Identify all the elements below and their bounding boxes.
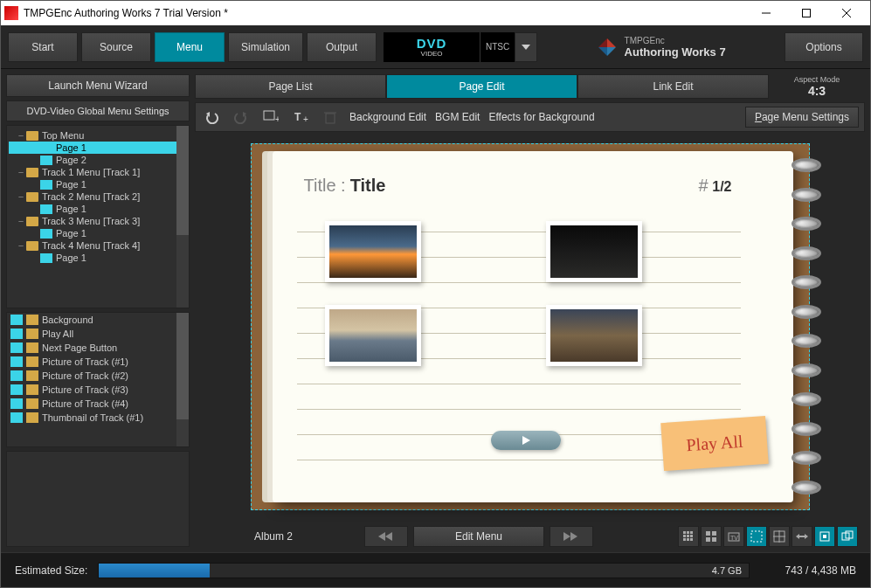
element-item[interactable]: Play All — [7, 327, 189, 341]
view-tv-button[interactable]: TV — [723, 526, 744, 547]
element-item[interactable]: Picture of Track (#2) — [7, 369, 189, 383]
play-pill-button[interactable] — [491, 431, 561, 450]
grid3-icon — [682, 530, 695, 543]
tree-page[interactable]: Page 1 — [9, 203, 187, 215]
svg-rect-15 — [326, 114, 335, 123]
view-snap-button[interactable] — [814, 526, 835, 547]
tab-page-edit[interactable]: Page Edit — [386, 74, 577, 99]
nav-source[interactable]: Source — [81, 32, 151, 62]
fit-icon — [796, 530, 808, 543]
edit-menu-button[interactable]: Edit Menu — [413, 526, 544, 547]
nav-menu[interactable]: Menu — [155, 32, 225, 62]
elements-list: BackgroundPlay AllNext Page ButtonPictur… — [6, 312, 190, 447]
elements-scrollbar[interactable] — [176, 313, 189, 446]
svg-rect-33 — [706, 537, 710, 542]
add-image-button[interactable]: + — [260, 107, 281, 128]
element-label: Picture of Track (#1) — [42, 356, 128, 367]
svg-marker-7 — [598, 47, 607, 56]
view-grid-button[interactable] — [769, 526, 790, 547]
global-settings-button[interactable]: DVD-Video Global Menu Settings — [6, 100, 190, 121]
view-grid3-button[interactable] — [678, 526, 699, 547]
svg-rect-11 — [264, 111, 274, 120]
tree-folder[interactable]: −Track 4 Menu [Track 4] — [9, 239, 187, 252]
view-layers-button[interactable] — [837, 526, 858, 547]
svg-rect-24 — [690, 531, 693, 534]
effects-link[interactable]: Effects for Background — [488, 111, 594, 123]
svg-marker-6 — [607, 47, 616, 56]
tab-page-list[interactable]: Page List — [195, 74, 386, 99]
expand-toggle[interactable]: − — [16, 216, 26, 226]
nav-options[interactable]: Options — [785, 32, 863, 62]
format-dropdown[interactable] — [515, 32, 537, 62]
page-menu-settings-button[interactable]: Page Menu Settings — [745, 107, 859, 128]
tree-folder[interactable]: −Track 1 Menu [Track 1] — [9, 166, 187, 178]
nav-output[interactable]: Output — [307, 32, 377, 62]
svg-rect-1 — [803, 10, 811, 17]
expand-toggle[interactable]: − — [16, 130, 26, 141]
tree-label: Track 1 Menu [Track 1] — [42, 167, 140, 177]
expand-toggle[interactable]: − — [16, 240, 26, 251]
tab-link-edit[interactable]: Link Edit — [577, 74, 769, 99]
redo-button[interactable] — [231, 107, 252, 128]
tree-scrollbar[interactable] — [176, 126, 189, 308]
add-text-icon: T+ — [293, 110, 308, 124]
element-label: Thumbnail of Track (#1) — [42, 412, 143, 423]
tree-page[interactable]: Page 1 — [9, 227, 187, 239]
close-button[interactable] — [826, 1, 867, 25]
element-label: Picture of Track (#2) — [42, 370, 128, 381]
prev-button[interactable] — [364, 526, 408, 547]
top-nav: Start Source Menu Simulation Output DVD … — [1, 25, 870, 69]
element-type-icon — [10, 315, 23, 325]
play-all-sticky[interactable]: Play All — [660, 415, 769, 470]
svg-rect-30 — [690, 538, 693, 541]
close-icon — [842, 9, 851, 17]
delete-button[interactable] — [320, 107, 341, 128]
background-edit-link[interactable]: Background Edit — [349, 111, 426, 123]
tree-label: Page 1 — [56, 228, 86, 239]
tree-page[interactable]: Page 1 — [9, 142, 187, 154]
bottom-toolbar: Album 2 Edit Menu TV — [195, 521, 865, 552]
element-type-icon — [10, 342, 23, 353]
next-button[interactable] — [550, 526, 593, 547]
expand-toggle[interactable]: − — [16, 191, 26, 202]
element-item[interactable]: Thumbnail of Track (#1) — [7, 411, 189, 425]
tree-label: Page 1 — [56, 204, 86, 214]
svg-marker-17 — [522, 436, 530, 445]
thumbnail-2[interactable] — [546, 221, 642, 282]
minimize-button[interactable] — [746, 1, 786, 25]
thumbnail-4[interactable] — [546, 305, 642, 366]
tree-page[interactable]: Page 2 — [9, 154, 187, 166]
bgm-edit-link[interactable]: BGM Edit — [435, 111, 480, 123]
thumbnail-3[interactable] — [325, 305, 421, 366]
svg-marker-20 — [563, 532, 570, 541]
element-label: Play All — [42, 329, 73, 339]
tree-folder[interactable]: −Track 2 Menu [Track 2] — [9, 190, 187, 203]
tree-folder[interactable]: −Track 3 Menu [Track 3] — [9, 215, 187, 227]
app-window: TMPGEnc Authoring Works 7 Trial Version … — [0, 0, 871, 588]
nav-simulation[interactable]: Simulation — [228, 32, 303, 62]
thumbnail-1[interactable] — [325, 221, 421, 282]
element-item[interactable]: Background — [7, 313, 189, 327]
tree-page[interactable]: Page 1 — [9, 178, 187, 190]
view-grid2-button[interactable] — [701, 526, 722, 547]
svg-text:+: + — [303, 114, 308, 124]
element-item[interactable]: Next Page Button — [7, 341, 189, 355]
maximize-button[interactable] — [786, 1, 826, 25]
undo-button[interactable] — [201, 107, 222, 128]
page-icon — [40, 253, 52, 263]
element-item[interactable]: Picture of Track (#1) — [7, 355, 189, 369]
nav-start[interactable]: Start — [8, 32, 78, 62]
element-item[interactable]: Picture of Track (#3) — [7, 383, 189, 397]
expand-toggle[interactable]: − — [16, 167, 26, 177]
element-item[interactable]: Picture of Track (#4) — [7, 397, 189, 411]
tree-page[interactable]: Page 1 — [9, 252, 187, 264]
element-type-icon — [10, 398, 23, 409]
svg-marker-21 — [570, 532, 577, 541]
launch-wizard-button[interactable]: Launch Menu Wizard — [6, 74, 190, 97]
add-text-button[interactable]: T+ — [290, 107, 311, 128]
tree-folder[interactable]: −Top Menu — [9, 129, 187, 142]
view-safe-button[interactable] — [746, 526, 767, 547]
view-fit-button[interactable] — [792, 526, 812, 547]
size-progress-fill — [99, 564, 209, 578]
menu-preview[interactable]: Title : Title # 1/2 — [251, 143, 810, 510]
